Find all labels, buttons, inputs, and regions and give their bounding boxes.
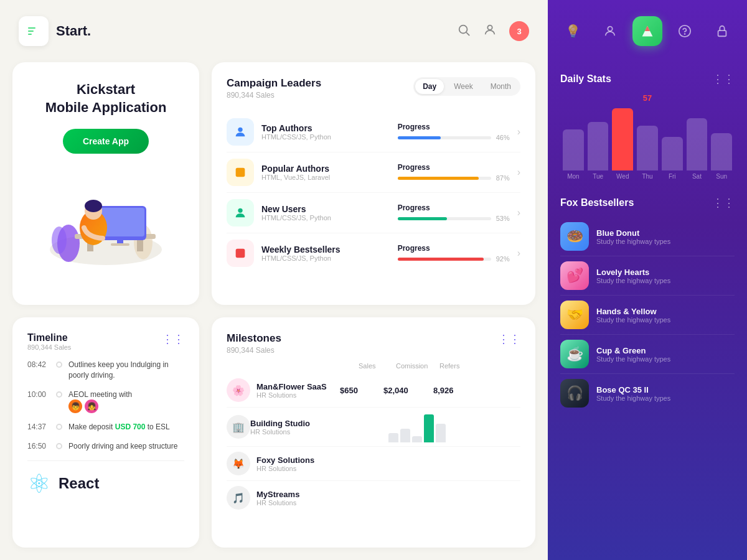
daily-stats-header: Daily Stats ⋮⋮	[560, 72, 735, 86]
timeline-item-1: 08:42 Outlines keep you Indulging in poo…	[27, 360, 184, 381]
tl-time-3: 14:37	[27, 422, 50, 431]
progress-bar-3: 53%	[398, 215, 510, 222]
header: Start. 3	[0, 0, 548, 62]
svg-rect-16	[111, 243, 129, 246]
milestones-subtitle: 890,344 Sales	[227, 346, 281, 355]
tl-dot-3	[56, 424, 62, 430]
timeline-header: Timeline 890,344 Sales ⋮⋮	[27, 332, 184, 360]
progress-bar-4: 92%	[398, 255, 510, 263]
top-authors-progress: Progress 46%	[398, 123, 510, 141]
notification-badge[interactable]: 3	[509, 21, 529, 41]
progress-bar-2: 87%	[398, 174, 510, 182]
milestones-header: Milestones 890,344 Sales ⋮⋮	[227, 332, 520, 355]
tab-month[interactable]: Month	[483, 79, 519, 94]
ms-sales-1: $650	[340, 385, 377, 396]
tl-text-4: Poorly driving and keep structure	[68, 441, 177, 452]
fox-name-blue-donut: Blue Donut	[596, 228, 670, 238]
progress-fill-3	[398, 217, 447, 220]
ms-icon-1: 🌸	[227, 378, 250, 402]
kickstart-title: Kickstart Mobile Application	[45, 81, 167, 116]
new-users-progress: Progress 53%	[398, 203, 510, 222]
ms-name-1: Man&Flower SaaS	[256, 382, 334, 391]
ms-info-4: MyStreams HR Solutions	[256, 490, 520, 506]
kickstart-card: Kickstart Mobile Application Create App	[12, 62, 199, 305]
weekly-bestsellers-name: Weekly Bestsellers	[261, 245, 390, 254]
pct-3: 53%	[496, 215, 510, 222]
col-commission-header: Comission	[396, 362, 439, 370]
milestones-col-headers: Sales Comission Refers	[227, 362, 520, 370]
daily-stats-peak: 57	[560, 93, 735, 103]
fox-thumb-blue-donut: 🍩	[560, 222, 589, 251]
chevron-2[interactable]: ›	[517, 167, 520, 178]
pct-4: 92%	[496, 255, 510, 263]
fox-item-hands-yellow[interactable]: 🤝 Hands & Yellow Study the highway types	[560, 296, 735, 335]
svg-point-19	[85, 200, 102, 212]
kickstart-illustration	[37, 169, 174, 268]
fox-bestsellers-section: Fox Bestsellers ⋮⋮ 🍩 Blue Donut Study th…	[548, 190, 747, 560]
ds-bar-wed: Wed	[612, 108, 633, 180]
ms-info-2: Building Studio HR Solutions	[250, 419, 382, 436]
svg-point-22	[238, 208, 242, 213]
campaign-row-weekly-bestsellers: Weekly Bestsellers HTML/CSS/JS, Python P…	[227, 233, 520, 273]
campaign-subtitle: 890,344 Sales	[227, 91, 321, 100]
campaign-row-popular-authors: Popular Authors HTML, VueJS, Laravel Pro…	[227, 152, 520, 193]
sidebar-nav-fox-active[interactable]	[632, 16, 662, 46]
chevron-1[interactable]: ›	[517, 126, 520, 138]
ms-icon-4: 🎵	[227, 486, 250, 510]
ms-row-2: 🏢 Building Studio HR Solutions	[227, 408, 520, 447]
fox-item-blue-donut[interactable]: 🍩 Blue Donut Study the highway types	[560, 217, 735, 256]
sidebar-nav-lightbulb[interactable]: 💡	[558, 16, 588, 46]
svg-point-8	[52, 226, 67, 254]
fox-item-cup-green[interactable]: ☕ Cup & Green Study the highway types	[560, 335, 735, 374]
sidebar-nav-question[interactable]	[670, 16, 700, 46]
fox-item-lovely-hearts[interactable]: 💕 Lovely Hearts Study the highway types	[560, 256, 735, 296]
tl-highlight: USD 700	[115, 422, 146, 431]
ds-bar-thu: Thu	[637, 126, 658, 180]
tab-day[interactable]: Day	[415, 79, 444, 94]
avatar-1: 👦	[68, 399, 82, 413]
create-app-button[interactable]: Create App	[63, 129, 149, 154]
new-users-icon	[227, 199, 254, 226]
fox-name-bose-qc35: Bose QC 35 II	[596, 385, 670, 394]
fox-sub-bose-qc35: Study the highway types	[596, 394, 670, 402]
svg-rect-1	[28, 30, 34, 32]
ms-row-1: 🌸 Man&Flower SaaS HR Solutions $650 $2,0…	[227, 373, 520, 408]
fox-item-bose-qc35[interactable]: 🎧 Bose QC 35 II Study the highway types	[560, 374, 735, 413]
weekly-bestsellers-tags: HTML/CSS/JS, Python	[261, 254, 390, 262]
search-icon[interactable]	[457, 23, 471, 39]
user-icon[interactable]	[483, 23, 497, 39]
popular-authors-progress: Progress 87%	[398, 163, 510, 182]
progress-fill-4	[398, 258, 484, 261]
fox-sub-cup-green: Study the highway types	[596, 355, 670, 363]
campaign-title-section: Campaign Leaders 890,344 Sales	[227, 77, 321, 100]
chevron-4[interactable]: ›	[517, 248, 520, 259]
header-icons: 3	[457, 21, 529, 41]
sidebar-nav-lock[interactable]	[707, 16, 737, 46]
svg-point-5	[487, 26, 492, 30]
pct-2: 87%	[496, 174, 510, 182]
chevron-3[interactable]: ›	[517, 207, 520, 218]
svg-point-20	[238, 128, 242, 132]
new-users-info: New Users HTML/CSS/JS, Python	[261, 204, 390, 222]
timeline-item-2: 10:00 AEOL meeting with 👦 👧	[27, 390, 184, 414]
ms-sub-1: HR Solutions	[256, 391, 334, 399]
progress-fill-2	[398, 177, 479, 180]
ms-name-2: Building Studio	[250, 419, 382, 428]
tab-week[interactable]: Week	[446, 79, 480, 94]
top-authors-info: Top Authors HTML/CSS/JS, Python	[261, 123, 390, 141]
fox-sub-lovely-hearts: Study the highway types	[596, 277, 670, 284]
popular-authors-tags: HTML, VueJS, Laravel	[261, 174, 390, 181]
tl-dot-2	[56, 391, 62, 398]
campaign-row-top-authors: Top Authors HTML/CSS/JS, Python Progress…	[227, 112, 520, 152]
ds-bar-sat: Sat	[687, 118, 708, 180]
daily-stats-title: Daily Stats	[560, 73, 611, 85]
sidebar-nav-user[interactable]	[595, 16, 625, 46]
tl-dot-1	[56, 362, 62, 368]
ds-bar-fri: Fri	[662, 137, 683, 180]
popular-authors-info: Popular Authors HTML, VueJS, Laravel	[261, 164, 390, 181]
ms-sub-3: HR Solutions	[256, 465, 520, 472]
popular-authors-name: Popular Authors	[261, 164, 390, 174]
top-authors-icon	[227, 118, 254, 146]
weekly-bestsellers-info: Weekly Bestsellers HTML/CSS/JS, Python	[261, 245, 390, 262]
timeline-item-3: 14:37 Make deposit USD 700 to ESL	[27, 422, 184, 432]
